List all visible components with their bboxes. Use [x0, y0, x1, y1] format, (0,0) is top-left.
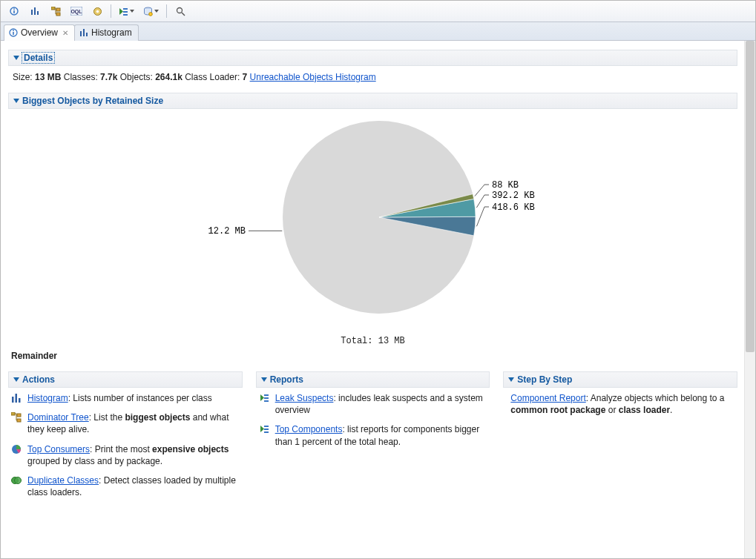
- svg-rect-3: [31, 10, 33, 15]
- vertical-scrollbar[interactable]: [744, 41, 755, 558]
- svg-rect-6: [51, 7, 55, 10]
- section-title: Biggest Objects by Retained Size: [22, 96, 163, 106]
- histogram-icon[interactable]: [26, 2, 44, 20]
- section-title: Step By Step: [517, 374, 572, 385]
- section-title: Actions: [22, 374, 55, 385]
- svg-rect-5: [37, 11, 39, 15]
- tabstrip: Overview ✕ Histogram: [1, 22, 755, 41]
- svg-rect-31: [12, 397, 14, 403]
- svg-rect-14: [123, 11, 128, 13]
- svg-text:418.6 KB: 418.6 KB: [492, 202, 535, 213]
- step-link[interactable]: Component Report: [510, 393, 585, 403]
- chevron-down-icon: [261, 377, 267, 382]
- svg-rect-8: [56, 13, 60, 16]
- reports-column: Reports Leak Suspects: includes leak sus…: [256, 371, 490, 506]
- report-link[interactable]: Leak Suspects: [275, 393, 334, 403]
- step-component-report: Component Report: Analyze objects which …: [506, 392, 734, 416]
- svg-rect-25: [86, 33, 88, 36]
- histogram-icon: [79, 28, 88, 37]
- svg-text:392.2 KB: 392.2 KB: [492, 191, 535, 201]
- svg-rect-36: [17, 419, 21, 422]
- action-link[interactable]: Histogram: [27, 393, 68, 403]
- svg-rect-40: [264, 394, 269, 396]
- pie-icon: [11, 444, 23, 454]
- chevron-down-icon: [13, 377, 19, 382]
- chevron-down-icon: [508, 377, 514, 382]
- svg-rect-4: [34, 7, 36, 15]
- toolbar-separator: [166, 4, 167, 18]
- svg-rect-42: [264, 400, 269, 402]
- histogram-icon: [11, 393, 23, 403]
- report-icon: [259, 393, 271, 403]
- query-browser-icon[interactable]: [140, 2, 162, 20]
- section-details-header[interactable]: Details: [8, 50, 737, 66]
- svg-rect-41: [264, 397, 269, 399]
- chevron-down-icon: [130, 10, 134, 13]
- pie-chart: 88 KB392.2 KB418.6 KB12.2 MB: [8, 113, 720, 336]
- svg-point-39: [15, 477, 22, 483]
- svg-rect-44: [264, 429, 269, 430]
- duplicate-icon: [11, 475, 23, 486]
- action-top-consumers: Top Consumers: Print the most expensive …: [11, 443, 240, 467]
- section-reports-header[interactable]: Reports: [256, 371, 490, 388]
- tree-icon: [11, 412, 23, 423]
- svg-point-12: [96, 10, 99, 13]
- tab-histogram[interactable]: Histogram: [74, 24, 139, 41]
- gear-icon[interactable]: [88, 2, 106, 20]
- report-top-components: Top Components: list reports for compone…: [259, 423, 487, 447]
- section-title: Reports: [270, 374, 303, 385]
- step-column: Step By Step Component Report: Analyze o…: [503, 371, 737, 506]
- tree-icon[interactable]: [47, 2, 65, 20]
- report-leak-suspects: Leak Suspects: includes leak suspects an…: [259, 392, 487, 416]
- section-title: Details: [22, 53, 54, 63]
- svg-rect-13: [123, 8, 128, 10]
- svg-rect-32: [16, 394, 18, 403]
- svg-rect-23: [80, 31, 82, 36]
- svg-rect-43: [264, 426, 269, 427]
- toolbar: OQL: [1, 1, 755, 22]
- action-dominator-tree: Dominator Tree: List the biggest objects…: [11, 411, 240, 435]
- tab-overview[interactable]: Overview ✕: [4, 24, 75, 41]
- details-line: Size: 13 MB Classes: 7.7k Objects: 264.1…: [8, 70, 737, 88]
- report-icon: [259, 424, 271, 434]
- chevron-down-icon: [154, 10, 159, 13]
- svg-text:OQL: OQL: [70, 9, 82, 15]
- svg-rect-34: [11, 412, 15, 415]
- unreachable-link[interactable]: Unreachable Objects Histogram: [250, 72, 376, 82]
- action-link[interactable]: Duplicate Classes: [27, 475, 99, 486]
- svg-rect-33: [19, 398, 21, 403]
- pie-total-label: Total: 13 MB: [8, 336, 737, 346]
- section-biggest-header[interactable]: Biggest Objects by Retained Size: [8, 93, 737, 109]
- svg-rect-45: [264, 431, 269, 433]
- action-link[interactable]: Dominator Tree: [27, 412, 89, 423]
- oql-icon[interactable]: OQL: [68, 2, 85, 20]
- remainder-label: Remainder: [11, 351, 737, 361]
- toolbar-separator: [111, 4, 111, 18]
- svg-rect-35: [17, 414, 21, 417]
- svg-rect-7: [56, 8, 60, 11]
- svg-point-17: [149, 12, 153, 16]
- info-icon[interactable]: [5, 2, 23, 20]
- close-icon[interactable]: ✕: [62, 29, 68, 37]
- chevron-down-icon: [13, 56, 19, 60]
- svg-text:12.2 MB: 12.2 MB: [208, 226, 246, 236]
- svg-rect-21: [13, 32, 14, 35]
- svg-rect-1: [13, 10, 15, 13]
- report-link[interactable]: Top Components: [275, 424, 343, 434]
- svg-rect-2: [13, 8, 15, 10]
- svg-rect-15: [123, 14, 128, 16]
- svg-rect-24: [83, 29, 85, 36]
- section-actions-header[interactable]: Actions: [8, 371, 243, 388]
- svg-text:88 KB: 88 KB: [492, 180, 519, 191]
- info-icon: [9, 28, 18, 37]
- actions-column: Actions Histogram: Lists number of insta…: [8, 371, 243, 506]
- action-histogram: Histogram: Lists number of instances per…: [11, 392, 240, 404]
- svg-point-18: [177, 7, 182, 13]
- svg-rect-22: [13, 30, 14, 31]
- action-link[interactable]: Top Consumers: [27, 444, 90, 454]
- section-step-header[interactable]: Step By Step: [503, 371, 737, 388]
- tab-label: Histogram: [91, 27, 132, 38]
- action-duplicate-classes: Duplicate Classes: Detect classes loaded…: [11, 474, 240, 498]
- search-icon[interactable]: [171, 2, 189, 20]
- run-query-icon[interactable]: [116, 2, 137, 20]
